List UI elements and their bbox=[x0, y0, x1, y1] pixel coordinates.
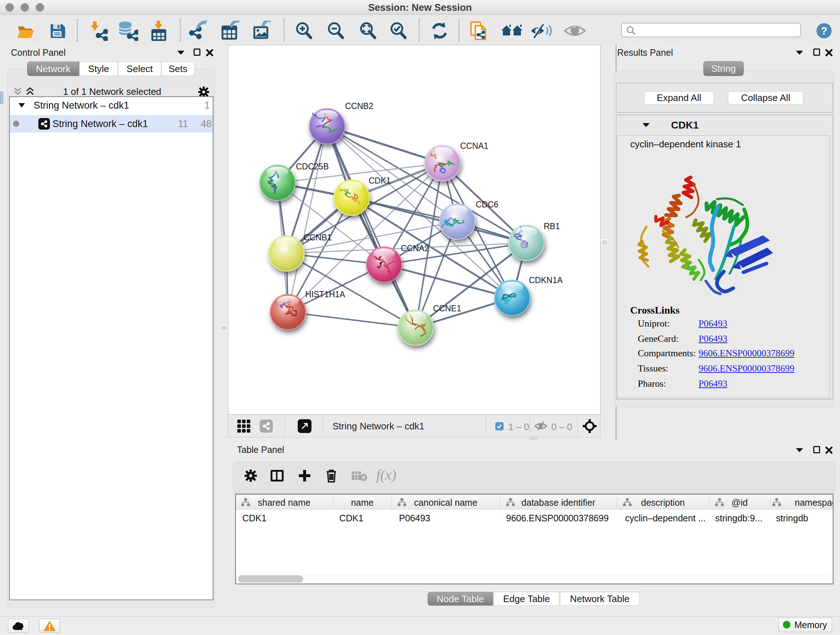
svg-text:HIST1H1A: HIST1H1A bbox=[305, 290, 346, 299]
svg-text:CDKN1A: CDKN1A bbox=[529, 276, 563, 285]
svg-text:CCNE1: CCNE1 bbox=[433, 304, 461, 313]
svg-text:CCNB1: CCNB1 bbox=[303, 233, 332, 242]
svg-text:CCNA1: CCNA1 bbox=[460, 141, 488, 150]
svg-text:CCNA2: CCNA2 bbox=[401, 244, 429, 253]
svg-text:CCNB2: CCNB2 bbox=[345, 101, 373, 111]
svg-text:RB1: RB1 bbox=[544, 222, 560, 231]
svg-text:CDC6: CDC6 bbox=[476, 200, 499, 209]
svg-text:CDC25B: CDC25B bbox=[296, 162, 329, 171]
svg-text:CDK1: CDK1 bbox=[369, 176, 391, 185]
